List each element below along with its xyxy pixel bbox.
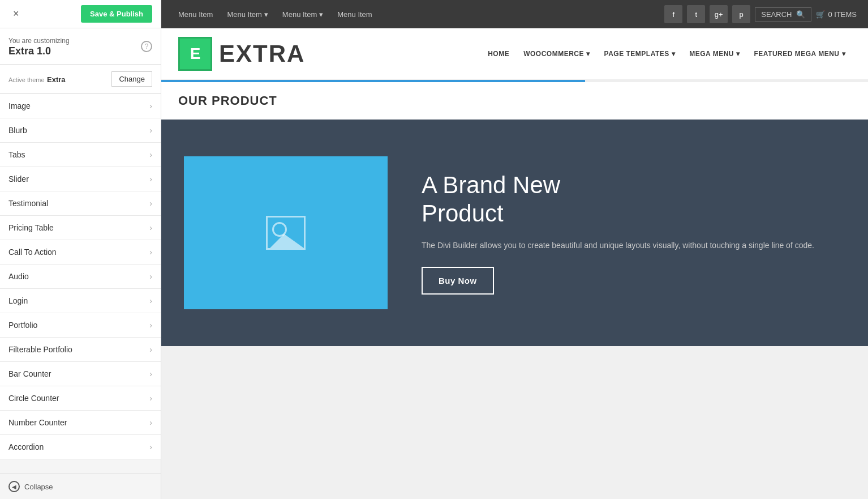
active-theme-section: Active theme Extra Change <box>0 65 161 94</box>
chevron-icon: › <box>149 174 152 184</box>
close-button[interactable]: × <box>8 6 24 22</box>
mountain-icon <box>270 234 304 248</box>
sidebar-item-circle-counter[interactable]: Circle Counter› <box>0 386 161 411</box>
product-header-title: OUR PRODUCT <box>178 93 851 108</box>
chevron-icon: › <box>149 418 152 427</box>
sidebar-item-tabs[interactable]: Tabs› <box>0 143 161 167</box>
sidebar-item-login[interactable]: Login› <box>0 289 161 313</box>
main-nav-mega-menu[interactable]: MEGA MENU ▾ <box>684 47 745 61</box>
customizing-label: You are customizing <box>8 37 70 45</box>
content-area: OUR PRODUCT A Brand New Product The Divi… <box>161 82 868 499</box>
main-content: Menu Item Menu Item ▾ Menu Item ▾ Menu I… <box>161 0 868 499</box>
sidebar-item-testimonial[interactable]: Testimonial› <box>0 191 161 216</box>
chevron-icon: › <box>149 369 152 378</box>
dropdown-icon: ▾ <box>264 10 268 19</box>
collapse-label: Collapse <box>24 483 53 491</box>
product-description: The Divi Builder allows you to create be… <box>422 239 814 253</box>
chevron-icon: › <box>149 150 152 159</box>
cart-label: 0 ITEMS <box>828 10 857 19</box>
help-icon[interactable]: ? <box>141 41 152 52</box>
sidebar: × Save & Publish You are customizing Ext… <box>0 0 161 499</box>
logo-icon: E <box>178 37 212 71</box>
sidebar-item-pricing-table[interactable]: Pricing Table› <box>0 216 161 240</box>
main-nav-page-templates[interactable]: PAGE TEMPLATES ▾ <box>599 47 681 61</box>
sidebar-item-accordion[interactable]: Accordion› <box>0 435 161 459</box>
change-theme-button[interactable]: Change <box>111 71 152 87</box>
nav-item-menu2[interactable]: Menu Item ▾ <box>221 7 273 22</box>
sidebar-item-number-counter[interactable]: Number Counter› <box>0 411 161 435</box>
sidebar-item-bar-counter[interactable]: Bar Counter› <box>0 362 161 386</box>
chevron-icon: › <box>149 223 152 232</box>
sidebar-item-image[interactable]: Image› <box>0 94 161 118</box>
image-placeholder-icon <box>266 216 306 250</box>
pt-dropdown-icon: ▾ <box>672 50 676 58</box>
brand-nav: E EXTRA HOME WOOCOMMERCE ▾ PAGE TEMPLATE… <box>161 28 868 80</box>
sidebar-item-portfolio[interactable]: Portfolio› <box>0 313 161 338</box>
product-section: A Brand New Product The Divi Builder all… <box>161 120 868 346</box>
customizing-section: You are customizing Extra 1.0 ? <box>0 28 161 65</box>
pinterest-icon[interactable]: p <box>732 5 750 23</box>
cart-icon: 🛒 <box>816 10 825 19</box>
nav-item-menu4[interactable]: Menu Item <box>332 7 377 22</box>
sidebar-item-blurb[interactable]: Blurb› <box>0 118 161 143</box>
chevron-icon: › <box>149 442 152 451</box>
sidebar-footer[interactable]: ◀ Collapse <box>0 474 161 499</box>
nav-item-menu3[interactable]: Menu Item ▾ <box>277 7 329 22</box>
save-publish-button[interactable]: Save & Publish <box>81 5 152 23</box>
top-nav: Menu Item Menu Item ▾ Menu Item ▾ Menu I… <box>161 0 868 28</box>
cart-button[interactable]: 🛒 0 ITEMS <box>816 10 857 19</box>
chevron-icon: › <box>149 321 152 330</box>
theme-name: Extra 1.0 <box>8 45 70 57</box>
chevron-icon: › <box>149 296 152 305</box>
collapse-icon: ◀ <box>8 481 20 492</box>
active-theme-value: Extra <box>47 75 66 84</box>
fmm-dropdown-icon: ▾ <box>842 50 846 58</box>
sidebar-item-call-to-action[interactable]: Call To Action› <box>0 240 161 265</box>
brand-logo[interactable]: E EXTRA <box>178 37 305 71</box>
top-nav-right: f t g+ p SEARCH 🔍 🛒 0 ITEMS <box>664 5 857 23</box>
main-nav-home[interactable]: HOME <box>482 47 515 61</box>
chevron-icon: › <box>149 394 152 403</box>
chevron-icon: › <box>149 345 152 354</box>
chevron-icon: › <box>149 101 152 110</box>
logo-letter: E <box>190 45 201 63</box>
twitter-icon[interactable]: t <box>687 5 705 23</box>
chevron-icon: › <box>149 248 152 257</box>
main-nav: HOME WOOCOMMERCE ▾ PAGE TEMPLATES ▾ MEGA… <box>482 47 851 61</box>
woo-dropdown-icon: ▾ <box>586 50 590 58</box>
search-text: SEARCH <box>761 10 792 19</box>
main-nav-woocommerce[interactable]: WOOCOMMERCE ▾ <box>518 47 595 61</box>
googleplus-icon[interactable]: g+ <box>710 5 728 23</box>
facebook-icon[interactable]: f <box>664 5 682 23</box>
sidebar-item-slider[interactable]: Slider› <box>0 167 161 191</box>
active-theme-label: Active theme <box>8 76 45 83</box>
search-icon: 🔍 <box>796 10 805 19</box>
product-header: OUR PRODUCT <box>161 82 868 120</box>
product-image-placeholder <box>184 156 388 309</box>
main-nav-featured-mega-menu[interactable]: FEATURED MEGA MENU ▾ <box>749 47 852 61</box>
product-text: A Brand New Product The Divi Builder all… <box>422 171 814 295</box>
nav-item-menu1[interactable]: Menu Item <box>173 7 218 22</box>
product-title: A Brand New Product <box>422 171 814 228</box>
mm-dropdown-icon: ▾ <box>736 50 740 58</box>
sidebar-menu: Image›Blurb›Tabs›Slider›Testimonial›Pric… <box>0 94 161 474</box>
search-bar[interactable]: SEARCH 🔍 <box>755 7 811 22</box>
chevron-icon: › <box>149 126 152 135</box>
sidebar-header: × Save & Publish <box>0 0 161 28</box>
brand-name: EXTRA <box>219 40 305 67</box>
dropdown-icon2: ▾ <box>319 10 323 19</box>
chevron-icon: › <box>149 199 152 208</box>
sidebar-item-audio[interactable]: Audio› <box>0 265 161 289</box>
buy-now-button[interactable]: Buy Now <box>422 267 494 295</box>
chevron-icon: › <box>149 272 152 281</box>
sidebar-item-filterable-portfolio[interactable]: Filterable Portfolio› <box>0 338 161 362</box>
